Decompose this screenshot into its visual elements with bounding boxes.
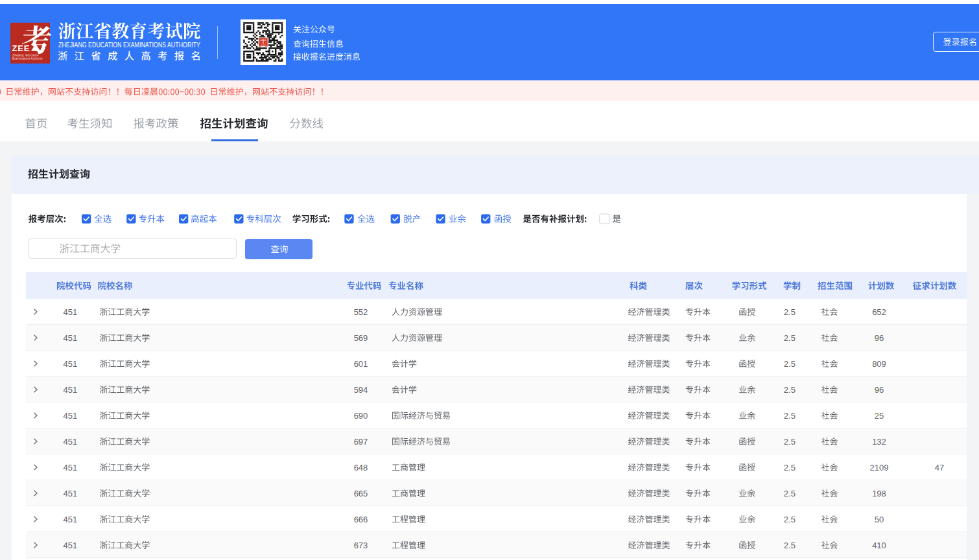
svg-text:2.5: 2.5: [784, 515, 796, 524]
svg-text:2109: 2109: [870, 463, 889, 472]
svg-text:552: 552: [354, 307, 368, 317]
svg-text:690: 690: [354, 411, 368, 421]
svg-text:2.5: 2.5: [784, 463, 796, 472]
svg-text:809: 809: [872, 359, 886, 369]
svg-text:451: 451: [63, 437, 77, 447]
svg-text:2.5: 2.5: [784, 541, 796, 550]
svg-text:Zhejiang Education: Zhejiang Education: [12, 54, 39, 57]
svg-text:594: 594: [354, 385, 368, 395]
svg-text:451: 451: [63, 489, 77, 498]
svg-text:451: 451: [63, 359, 77, 369]
svg-text:451: 451: [63, 411, 77, 421]
svg-text:96: 96: [875, 385, 884, 395]
svg-text:2.5: 2.5: [784, 359, 796, 369]
svg-text:601: 601: [354, 359, 368, 369]
svg-text:ZHEJIANG EDUCATION EXAMINATION: ZHEJIANG EDUCATION EXAMINATIONS AUTHORIT…: [58, 41, 200, 49]
svg-text:2.5: 2.5: [784, 333, 796, 343]
svg-text:451: 451: [63, 307, 77, 317]
svg-text:50: 50: [875, 515, 884, 524]
svg-text:2.5: 2.5: [784, 385, 796, 395]
svg-text:652: 652: [872, 307, 886, 317]
svg-text:451: 451: [63, 333, 77, 343]
svg-text:665: 665: [354, 489, 368, 498]
svg-text:569: 569: [354, 333, 368, 343]
svg-text:ZEE: ZEE: [12, 43, 30, 53]
svg-text:198: 198: [872, 489, 886, 498]
svg-text:451: 451: [63, 463, 77, 472]
svg-text:132: 132: [872, 437, 886, 447]
svg-text:Examinations Authority: Examinations Authority: [12, 57, 43, 60]
svg-text:2.5: 2.5: [784, 437, 796, 447]
svg-text:96: 96: [875, 333, 884, 343]
svg-text:673: 673: [354, 541, 368, 550]
svg-text:25: 25: [875, 411, 884, 421]
svg-text:451: 451: [63, 541, 77, 550]
svg-text:410: 410: [872, 541, 886, 550]
svg-text:697: 697: [354, 437, 368, 447]
svg-text:47: 47: [935, 463, 944, 472]
svg-text:451: 451: [63, 385, 77, 395]
svg-text:648: 648: [354, 463, 368, 472]
svg-text:2.5: 2.5: [784, 489, 796, 498]
svg-text:2.5: 2.5: [784, 307, 796, 317]
svg-text:2.5: 2.5: [784, 411, 796, 421]
svg-text:666: 666: [354, 515, 368, 524]
svg-text:451: 451: [63, 515, 77, 524]
